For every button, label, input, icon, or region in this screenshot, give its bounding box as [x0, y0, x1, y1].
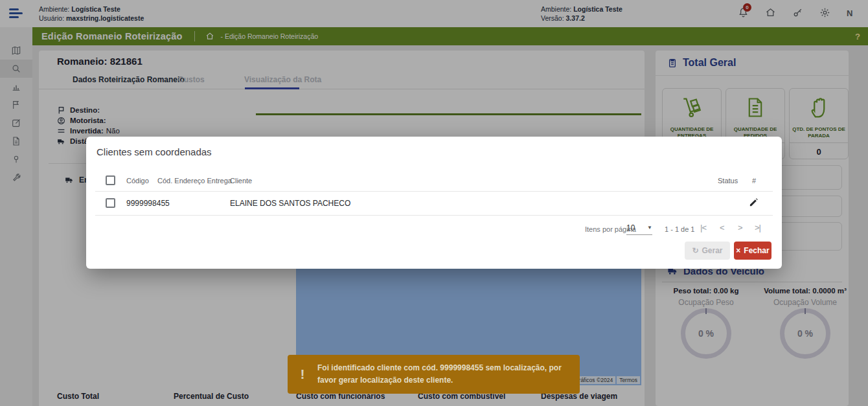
- gerar-button[interactable]: ↻ Gerar: [685, 242, 730, 260]
- chevron-down-icon: ▼: [647, 225, 652, 231]
- items-per-page-select[interactable]: 10 ▼: [626, 223, 652, 235]
- col-codigo: Código: [126, 177, 149, 185]
- table-divider: [95, 215, 773, 216]
- last-page-button[interactable]: >|: [755, 223, 760, 232]
- exclamation-icon: !: [288, 367, 317, 382]
- dialog-actions: ↻ Gerar × Fechar: [86, 242, 782, 261]
- dialog-title: Clientes sem coordenadas: [97, 146, 212, 157]
- cell-codigo: 9999998455: [126, 199, 170, 208]
- warning-toast: ! Foi identificado cliente com cód. 9999…: [288, 355, 580, 394]
- close-icon: ×: [736, 247, 740, 254]
- col-cliente: Cliente: [230, 177, 252, 185]
- col-hash: #: [752, 177, 756, 185]
- clientes-sem-coordenadas-dialog: Clientes sem coordenadas Código Cód. End…: [86, 137, 782, 269]
- refresh-icon: ↻: [692, 247, 698, 254]
- next-page-button[interactable]: >: [738, 223, 742, 232]
- cell-cliente: ELAINE DOS SANTOS PACHECO: [230, 199, 350, 208]
- select-all-checkbox[interactable]: [106, 175, 115, 185]
- fechar-button[interactable]: × Fechar: [734, 242, 771, 260]
- table-header-row: Código Cód. Endereço Entrega Cliente Sta…: [86, 174, 782, 188]
- col-cod-endereco: Cód. Endereço Entrega: [157, 177, 232, 185]
- pagination-range: 1 - 1 de 1: [665, 225, 694, 233]
- first-page-button[interactable]: |<: [700, 223, 706, 232]
- col-status: Status: [718, 177, 738, 185]
- prev-page-button[interactable]: <: [720, 223, 724, 232]
- edit-pencil-icon[interactable]: [749, 197, 759, 207]
- toast-message: Foi identificado cliente com cód. 999999…: [317, 362, 567, 386]
- table-row[interactable]: 9999998455 ELAINE DOS SANTOS PACHECO: [86, 192, 782, 215]
- pagination-bar: Itens por página 10 ▼ 1 - 1 de 1 |< < > …: [86, 221, 782, 238]
- row-checkbox[interactable]: [106, 198, 115, 208]
